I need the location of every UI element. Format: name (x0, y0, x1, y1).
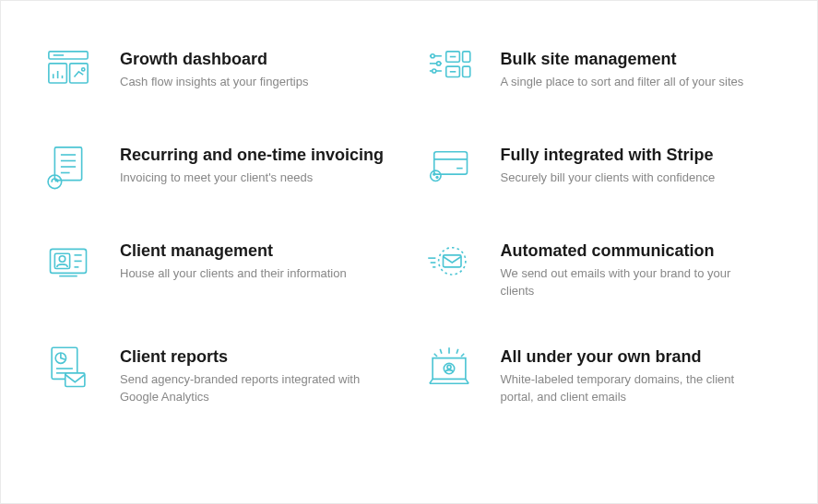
feature-desc: House all your clients and their informa… (120, 265, 378, 283)
client-management-icon (42, 239, 94, 290)
svg-point-7 (82, 68, 85, 71)
svg-line-54 (440, 349, 442, 354)
feature-client-reports: Client reports Send agency-branded repor… (42, 345, 396, 406)
feature-title: Client management (120, 240, 396, 262)
feature-recurring-invoicing: Recurring and one-time invoicing Invoici… (42, 143, 396, 194)
feature-title: Client reports (120, 346, 396, 368)
svg-point-30 (433, 173, 435, 176)
feature-bulk-site-management: Bulk site management A single place to s… (423, 47, 777, 99)
feature-automated-communication: Automated communication We send out emai… (423, 239, 777, 300)
svg-rect-48 (65, 373, 85, 387)
svg-rect-40 (443, 255, 461, 267)
feature-title: Recurring and one-time invoicing (120, 145, 396, 166)
feature-title: Bulk site management (501, 49, 777, 70)
feature-desc: A single place to sort and filter all of… (501, 74, 759, 91)
feature-desc: Invoicing to meet your client's needs (120, 170, 378, 187)
feature-growth-dashboard: Growth dashboard Cash flow insights at y… (42, 47, 396, 99)
svg-point-19 (432, 69, 435, 73)
feature-desc: Send agency-branded reports integrated w… (120, 371, 378, 406)
automated-email-icon (423, 239, 475, 290)
svg-rect-20 (54, 147, 81, 181)
feature-desc: We send out emails with your brand to yo… (501, 265, 759, 300)
feature-client-management: Client management House all your clients… (42, 239, 396, 300)
svg-rect-13 (462, 66, 469, 76)
stripe-icon (423, 143, 475, 194)
svg-line-57 (433, 354, 436, 357)
feature-desc: White-labeled temporary domains, the cli… (501, 371, 759, 406)
dashboard-icon (42, 47, 94, 99)
invoicing-icon (42, 143, 94, 194)
feature-stripe-integration: Fully integrated with Stripe Securely bi… (423, 143, 777, 194)
svg-point-53 (446, 365, 450, 369)
bulk-sites-icon (423, 47, 475, 99)
client-reports-icon (42, 345, 94, 396)
svg-line-58 (461, 354, 464, 357)
svg-line-56 (456, 349, 458, 354)
feature-title: Automated communication (501, 240, 777, 262)
svg-rect-10 (462, 52, 469, 62)
svg-point-15 (431, 54, 434, 58)
feature-own-brand: All under your own brand White-labeled t… (423, 345, 777, 406)
svg-point-31 (435, 176, 438, 179)
svg-rect-6 (70, 64, 89, 83)
feature-title: All under your own brand (501, 346, 777, 368)
svg-point-17 (436, 62, 440, 65)
features-grid: Growth dashboard Cash flow insights at y… (42, 47, 776, 406)
brand-icon (423, 345, 475, 396)
svg-point-34 (59, 256, 65, 263)
feature-title: Growth dashboard (120, 49, 396, 70)
svg-point-29 (430, 170, 440, 181)
feature-desc: Securely bill your clients with confiden… (501, 170, 759, 187)
feature-title: Fully integrated with Stripe (501, 145, 777, 166)
feature-desc: Cash flow insights at your fingertips (120, 74, 378, 91)
